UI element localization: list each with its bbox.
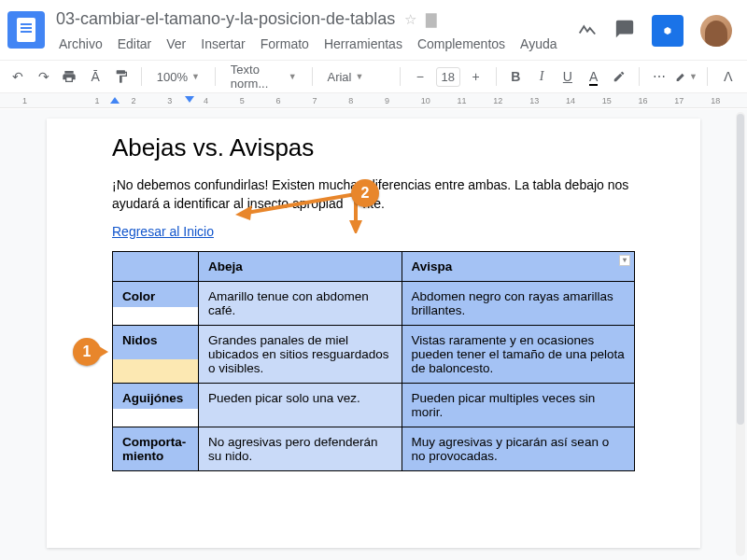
table-header-row: Abeja Avispa ▾	[113, 251, 635, 281]
table-row: Aguijónes Pueden picar solo una vez. Pue…	[113, 383, 635, 427]
menu-ayuda[interactable]: Ayuda	[514, 33, 563, 55]
print-button[interactable]	[60, 65, 80, 88]
text-color-button[interactable]: A	[584, 65, 604, 88]
collapse-toolbar-button[interactable]: ᐱ	[717, 65, 740, 88]
underline-button[interactable]: U	[557, 65, 578, 88]
row-label-nidos[interactable]: Nidos	[113, 325, 199, 383]
bold-button[interactable]: B	[505, 65, 526, 88]
svg-marker-1	[235, 205, 252, 220]
highlight-button[interactable]	[610, 65, 630, 88]
font-size-input[interactable]: 18	[436, 67, 460, 87]
cell-nidos-abeja[interactable]: Grandes panales de miel ubicados en siti…	[199, 325, 402, 383]
account-avatar[interactable]	[700, 15, 732, 47]
redo-button[interactable]: ↷	[34, 65, 54, 88]
zoom-select[interactable]: 100%▼	[151, 68, 205, 86]
spellcheck-button[interactable]: Ā	[85, 65, 106, 88]
cell-color-avispa[interactable]: Abdomen negro con rayas amarillas brilla…	[402, 281, 634, 325]
cell-aguijones-avispa[interactable]: Pueden picar multiples veces sin morir.	[402, 383, 634, 427]
document-canvas: Abejas vs. Avispas ¡No debemos confundir…	[0, 109, 747, 560]
table-row: Nidos Grandes panales de miel ubicados e…	[113, 325, 635, 383]
svg-marker-3	[349, 220, 362, 233]
cell-color-abeja[interactable]: Amarillo tenue con abdomen café.	[199, 281, 402, 325]
row-label-comportamiento[interactable]: Comporta-miento	[113, 427, 199, 470]
cell-aguijones-abeja[interactable]: Pueden picar solo una vez.	[199, 383, 402, 427]
menu-complementos[interactable]: Complementos	[411, 33, 512, 55]
cell-nidos-avispa[interactable]: Vistas raramente y en ocasiones pueden t…	[402, 325, 634, 383]
share-button[interactable]: ⬢	[652, 15, 684, 47]
star-icon[interactable]: ☆	[404, 11, 416, 28]
row-label-color[interactable]: Color	[113, 281, 199, 325]
cell-comportamiento-avispa[interactable]: Muy agresivas y picarán así sean o no pr…	[402, 427, 634, 470]
document-title[interactable]: 03-cambiar-el-tamano-y-la-posicion-de-ta…	[56, 9, 395, 29]
menubar: Archivo Editar Ver Insertar Formato Herr…	[52, 33, 577, 55]
titlebar: 03-cambiar-el-tamano-y-la-posicion-de-ta…	[0, 0, 747, 60]
menu-archivo[interactable]: Archivo	[52, 33, 109, 55]
font-size-decrease[interactable]: −	[410, 65, 430, 88]
callout-arrow-icon	[230, 187, 370, 237]
paint-format-button[interactable]	[111, 65, 132, 88]
table-corner-cell[interactable]	[113, 251, 199, 281]
callout-badge-2: 2	[351, 179, 379, 207]
scrollbar-thumb[interactable]	[737, 114, 744, 425]
header-actions: ⬢	[577, 15, 732, 47]
toolbar: ↶ ↷ Ā 100%▼ Texto norm...▼ Arial▼ − 18 +…	[0, 60, 747, 93]
document-title-row: 03-cambiar-el-tamano-y-la-posicion-de-ta…	[52, 7, 577, 31]
ruler[interactable]: 1123456789101112131415161718	[0, 93, 747, 108]
more-button[interactable]: ⋯	[649, 65, 669, 88]
editing-mode-button[interactable]: ▼	[675, 65, 698, 88]
menu-insertar[interactable]: Insertar	[194, 33, 251, 55]
cell-comportamiento-abeja[interactable]: No agresivas pero defenderán su nido.	[199, 427, 402, 470]
row-label-aguijones[interactable]: Aguijónes	[113, 383, 199, 427]
comparison-table[interactable]: Abeja Avispa ▾ Color Amarillo tenue con …	[112, 251, 635, 471]
font-select[interactable]: Arial▼	[321, 68, 390, 86]
ruler-indent-bottom-icon[interactable]	[185, 96, 194, 104]
paragraph-style-select[interactable]: Texto norm...▼	[225, 61, 303, 92]
font-size-increase[interactable]: +	[466, 65, 486, 88]
column-menu-icon[interactable]: ▾	[619, 255, 630, 266]
docs-app-icon[interactable]	[7, 11, 45, 49]
activity-icon[interactable]	[577, 19, 598, 44]
table-row: Color Amarillo tenue con abdomen café. A…	[113, 281, 635, 325]
return-link[interactable]: Regresar al Inicio	[112, 224, 214, 239]
italic-button[interactable]: I	[531, 65, 552, 88]
svg-line-0	[247, 194, 356, 213]
menu-herramientas[interactable]: Herramientas	[317, 33, 409, 55]
page-title[interactable]: Abejas vs. Avispas	[112, 133, 635, 162]
table-header-avispa[interactable]: Avispa ▾	[402, 251, 634, 281]
comments-icon[interactable]	[614, 19, 635, 44]
vertical-scrollbar[interactable]	[736, 112, 745, 556]
ruler-indent-top-icon[interactable]	[110, 96, 120, 104]
menu-formato[interactable]: Formato	[254, 33, 316, 55]
table-row: Comporta-miento No agresivas pero defend…	[113, 427, 635, 470]
menu-ver[interactable]: Ver	[160, 33, 192, 55]
undo-button[interactable]: ↶	[7, 65, 28, 88]
table-header-abeja[interactable]: Abeja	[199, 251, 402, 281]
folder-icon[interactable]: ▇	[426, 11, 437, 28]
menu-editar[interactable]: Editar	[111, 33, 159, 55]
callout-badge-1: 1	[73, 338, 101, 366]
